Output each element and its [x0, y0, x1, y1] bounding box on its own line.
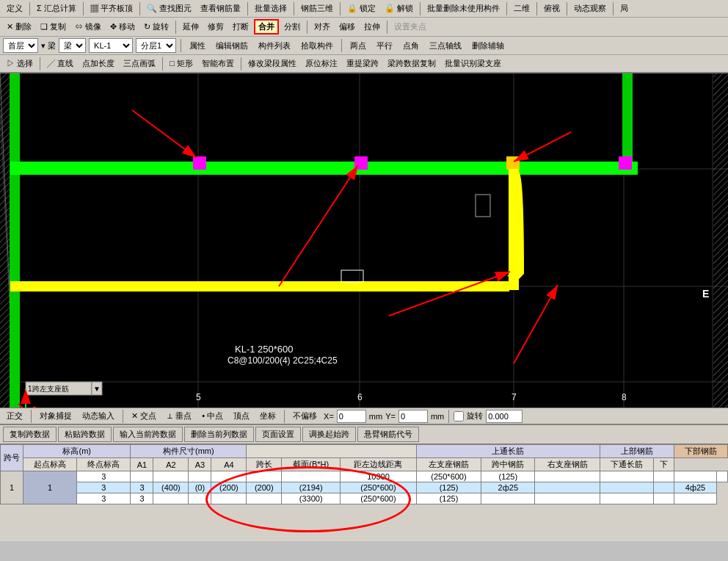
th-span-no: 跨号: [1, 445, 23, 471]
btn-two-point[interactable]: 两点: [346, 39, 370, 53]
btn-no-offset[interactable]: 不偏移: [289, 409, 321, 423]
svg-rect-40: [26, 382, 92, 395]
btn-copy[interactable]: ❑ 复制: [37, 20, 70, 34]
cell-a3-1: (200): [211, 482, 247, 493]
btn-intersection[interactable]: ✕ 交点: [128, 409, 160, 423]
btn-mirror[interactable]: ⇔ 镜像: [71, 20, 105, 34]
btn-delete[interactable]: ✕ 删除: [3, 20, 35, 34]
btn-flat-top[interactable]: ▦ 平齐板顶: [87, 1, 136, 15]
svg-rect-18: [10, 162, 638, 175]
btn-parallel[interactable]: 平行: [373, 39, 396, 53]
tab-swap-span[interactable]: 调换起始跨: [302, 427, 356, 442]
th-top-steel: 上部钢筋: [600, 445, 674, 458]
rotate-checkbox[interactable]: [454, 411, 464, 421]
btn-original-mark[interactable]: 原位标注: [302, 57, 341, 70]
btn-modify-span[interactable]: 修改梁段属性: [244, 57, 300, 70]
th-component-size: 构件尺寸(mm): [131, 445, 247, 458]
tab-cantilever-rebar[interactable]: 悬臂钢筋代号: [357, 427, 419, 442]
y-input[interactable]: [398, 410, 428, 423]
cell-right-3b: [600, 493, 653, 504]
rotate-input[interactable]: [486, 410, 523, 423]
btn-align[interactable]: 对齐: [310, 20, 334, 34]
btn-offset[interactable]: 偏移: [335, 20, 359, 34]
btn-trim[interactable]: 修剪: [204, 20, 228, 34]
table-row-3[interactable]: 3 3 (3300) (250*600) (125): [1, 493, 728, 504]
x-input[interactable]: [337, 410, 366, 423]
svg-line-37: [389, 272, 510, 316]
tab-del-col[interactable]: 删除当前列数据: [184, 427, 254, 442]
btn-point-angle[interactable]: 点角: [399, 39, 423, 53]
floor-select[interactable]: 首层: [3, 38, 38, 53]
btn-dynamic-view[interactable]: 动态观察: [570, 1, 610, 15]
th-height: 标高(m): [23, 445, 131, 458]
btn-3d-rebar[interactable]: 钢筋三维: [297, 1, 337, 15]
btn-ortho[interactable]: 正交: [3, 409, 26, 423]
btn-edit-rebar[interactable]: 编辑钢筋: [212, 39, 252, 53]
beam-id-select[interactable]: KL-1: [89, 38, 133, 53]
btn-property[interactable]: 属性: [186, 39, 209, 53]
table-row-highlighted[interactable]: 3 3 (400) (0) (200) (200) (2194) (250*60…: [1, 482, 728, 493]
status-sep1: [31, 410, 32, 423]
btn-merge[interactable]: 合并: [254, 19, 279, 35]
svg-text:8: 8: [622, 392, 627, 402]
cell-a2-3a: [211, 471, 247, 482]
svg-text:1跨左支座筋: 1跨左支座筋: [28, 385, 69, 393]
tab-page-setting[interactable]: 页面设置: [255, 427, 301, 442]
btn-vertex[interactable]: 顶点: [230, 409, 253, 423]
btn-perpendicular[interactable]: ⊥ 垂点: [163, 409, 195, 423]
beam-type-select[interactable]: 梁: [59, 38, 86, 53]
btn-pick-component[interactable]: 拾取构件: [297, 39, 337, 53]
btn-calc[interactable]: Σ 汇总计算: [33, 1, 80, 15]
svg-rect-42: [92, 382, 102, 395]
btn-batch-sel[interactable]: 批量选择: [251, 1, 291, 15]
btn-find[interactable]: 🔍 查找图元: [143, 1, 195, 15]
btn-local[interactable]: 局: [616, 1, 632, 15]
status-sep2: [123, 410, 123, 423]
btn-lock[interactable]: 🔒 锁定: [343, 1, 379, 15]
btn-point-len[interactable]: 点加长度: [79, 57, 118, 70]
btn-three-point-axis[interactable]: 三点轴线: [426, 39, 465, 53]
btn-del-aux[interactable]: 删除辅轴: [468, 39, 508, 53]
btn-batch-del[interactable]: 批量删除未使用构件: [423, 1, 503, 15]
svg-rect-16: [10, 73, 20, 408]
floor-name-select[interactable]: 分层1: [136, 38, 176, 53]
table-row[interactable]: 1 1 3 10300 (250*600) (125): [1, 471, 728, 482]
btn-copy-span-data[interactable]: 梁跨数据复制: [384, 57, 440, 70]
btn-unlock[interactable]: 🔓 解锁: [381, 1, 417, 15]
btn-move[interactable]: ✥ 移动: [106, 20, 139, 34]
beam-label-1: ▾ 梁: [41, 40, 56, 51]
svg-line-11: [0, 73, 15, 408]
btn-smart-place[interactable]: 智能布置: [198, 57, 238, 70]
btn-component-list[interactable]: 构件列表: [255, 39, 294, 53]
btn-rotate[interactable]: ↻ 旋转: [140, 20, 172, 34]
tab-paste-span[interactable]: 粘贴跨数据: [58, 427, 112, 442]
btn-select-tool[interactable]: ▷ 选择: [3, 57, 37, 70]
rotate-label: 旋转: [467, 410, 483, 421]
btn-stretch[interactable]: 拉伸: [360, 20, 384, 34]
btn-three-arc[interactable]: 三点画弧: [120, 57, 159, 70]
btn-extend[interactable]: 延伸: [179, 20, 203, 34]
btn-batch-identify[interactable]: 批量识别梁支座: [441, 57, 505, 70]
btn-midpoint[interactable]: • 中点: [198, 409, 227, 423]
btn-view-rebar[interactable]: 查看钢筋量: [197, 1, 244, 15]
btn-set-grip[interactable]: 设置夹点: [390, 20, 430, 34]
tab-input-span[interactable]: 输入当前跨数据: [113, 427, 183, 442]
sep8: [506, 2, 507, 15]
btn-re-extract[interactable]: 重提梁跨: [343, 57, 382, 70]
btn-top-view[interactable]: 俯视: [540, 1, 564, 15]
tab-copy-span[interactable]: 复制跨数据: [3, 427, 57, 442]
btn-dynamic-input[interactable]: 动态输入: [79, 409, 118, 423]
btn-define[interactable]: 定义: [3, 1, 26, 15]
btn-snap[interactable]: 对象捕捉: [36, 409, 76, 423]
btn-rect[interactable]: □ 矩形: [166, 57, 197, 70]
canvas-area: KL-1 250*600 C8@100/200(4) 2C25;4C25 E 5…: [0, 73, 728, 408]
cell-a2-1: (0): [189, 482, 211, 493]
btn-break[interactable]: 打断: [229, 20, 252, 34]
btn-split[interactable]: 分割: [280, 20, 304, 34]
btn-coordinate[interactable]: 坐标: [256, 409, 280, 423]
sep11: [613, 2, 614, 15]
btn-line[interactable]: ╱ 直线: [43, 57, 77, 70]
cell-right-1: [600, 482, 653, 493]
btn-2d[interactable]: 二维: [510, 1, 534, 15]
data-panel: 复制跨数据 粘贴跨数据 输入当前跨数据 删除当前列数据 页面设置 调换起始跨 悬…: [0, 424, 728, 541]
